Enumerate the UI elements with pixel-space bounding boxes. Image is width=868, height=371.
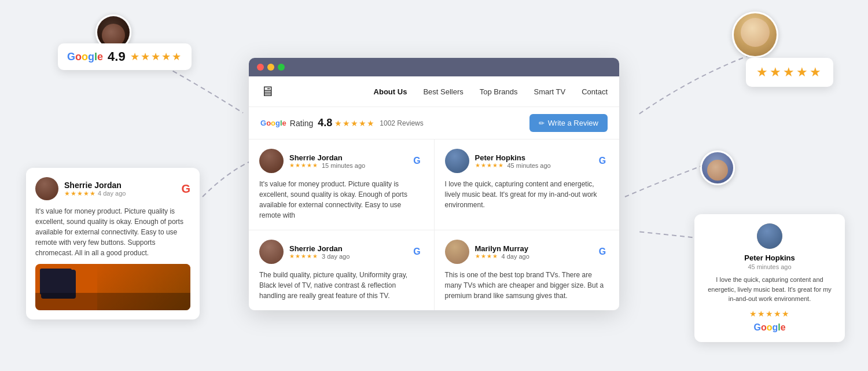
right-float-card: Peter Hopkins 45 minutes ago I love the … xyxy=(694,214,845,342)
reviewer-time-2: 3 day ago xyxy=(322,253,350,260)
dot-yellow[interactable] xyxy=(267,64,274,71)
nav-links: About Us Best Sellers Top Brands Smart T… xyxy=(374,87,608,96)
pencil-icon: ✏ xyxy=(539,119,545,127)
nav-logo: 🖥 xyxy=(260,83,274,100)
review-text-0: It's value for money product. Picture qu… xyxy=(259,179,424,221)
avatar-person3 xyxy=(700,150,735,185)
right-card-google-logo: Google xyxy=(704,322,836,333)
reviewer-name-3: Marilyn Murray xyxy=(475,244,597,253)
google-icon-3: G xyxy=(596,245,609,258)
right-card-time: 45 minutes ago xyxy=(704,263,836,270)
dot-red[interactable] xyxy=(257,64,264,71)
avatar-marilyn xyxy=(445,240,469,264)
nav-link-bestsellers[interactable]: Best Sellers xyxy=(423,87,463,96)
review-card-1: Peter Hopkins ★★★★★ 45 minutes ago G I l… xyxy=(435,139,620,230)
stars-right: ★★★★★ xyxy=(756,65,823,80)
google-rating-badge: Google 4.9 ★★★★★ xyxy=(58,43,192,70)
avatar-person2 xyxy=(732,12,778,58)
left-card-avatar xyxy=(35,177,58,200)
left-card-stars: ★★★★★ xyxy=(64,190,96,197)
avatar-sherrie2 xyxy=(259,240,284,264)
rating-stars: ★★★★★ xyxy=(334,119,375,128)
reviewer-name-0: Sherrie Jordan xyxy=(289,153,411,162)
left-card-name: Sherrie Jordan xyxy=(64,181,126,190)
badge-stars: ★★★★★ xyxy=(130,50,182,63)
browser-nav: 🖥 About Us Best Sellers Top Brands Smart… xyxy=(249,76,619,107)
left-card-google-icon: G xyxy=(181,182,190,196)
left-card-text: It's value for money product. Picture qu… xyxy=(35,206,190,258)
rating-bar: Google Rating 4.8 ★★★★★ 1002 Reviews ✏ W… xyxy=(249,107,619,139)
reviews-grid: Sherrie Jordan ★★★★★ 15 minutes ago G It… xyxy=(249,139,619,310)
reviewer-time-3: 4 day ago xyxy=(502,253,529,260)
nav-link-about[interactable]: About Us xyxy=(374,87,407,96)
google-icon-1: G xyxy=(596,155,609,167)
badge-rating-value: 4.9 xyxy=(108,49,126,64)
reviewer-time-0: 15 minutes ago xyxy=(322,162,365,169)
nav-link-contact[interactable]: Contact xyxy=(582,87,608,96)
dot-green[interactable] xyxy=(278,64,285,71)
reviewer-stars-1: ★★★★★ xyxy=(475,162,504,168)
tv-room-image xyxy=(35,264,190,310)
avatar-sherrie1 xyxy=(259,149,284,173)
reviewer-stars-2: ★★★★★ xyxy=(289,253,318,259)
rating-value: 4.8 xyxy=(318,117,332,129)
browser-titlebar xyxy=(249,58,619,76)
avatar-peter1 xyxy=(445,149,469,173)
browser-window: 🖥 About Us Best Sellers Top Brands Smart… xyxy=(249,58,619,310)
right-card-name: Peter Hopkins xyxy=(704,254,836,262)
rating-label: Rating xyxy=(290,119,313,128)
nav-link-topbrands[interactable]: Top Brands xyxy=(480,87,518,96)
write-review-label: Write a Review xyxy=(548,119,598,127)
left-float-card: Sherrie Jordan ★★★★★ 4 day ago G It's va… xyxy=(26,168,200,319)
review-card-2: Sherrie Jordan ★★★★★ 3 day ago G The bui… xyxy=(249,230,434,310)
stars-badge-right: ★★★★★ xyxy=(746,58,833,87)
google-logo: Google xyxy=(260,119,286,127)
reviewer-time-1: 45 minutes ago xyxy=(507,162,551,169)
write-review-button[interactable]: ✏ Write a Review xyxy=(529,114,608,132)
reviewer-name-1: Peter Hopkins xyxy=(475,153,597,162)
google-icon-0: G xyxy=(411,155,424,167)
nav-link-smarttv[interactable]: Smart TV xyxy=(534,87,566,96)
review-text-2: The build quality, picture quality, Unif… xyxy=(259,270,424,301)
google-icon-2: G xyxy=(411,245,424,258)
right-card-stars: ★★★★★ xyxy=(704,308,836,319)
right-card-avatar xyxy=(757,223,782,249)
left-card-time: 4 day ago xyxy=(98,190,126,197)
monitor-icon: 🖥 xyxy=(260,83,274,100)
reviewer-stars-0: ★★★★★ xyxy=(289,162,318,168)
google-g-badge: Google xyxy=(67,51,103,63)
reviewer-stars-3: ★★★★ xyxy=(475,253,498,259)
right-card-text: I love the quick, capturing content and … xyxy=(704,275,836,304)
reviews-count: 1002 Reviews xyxy=(380,119,423,127)
review-text-3: This is one of the best top brand TVs. T… xyxy=(445,270,609,301)
review-card-0: Sherrie Jordan ★★★★★ 15 minutes ago G It… xyxy=(249,139,434,230)
reviewer-name-2: Sherrie Jordan xyxy=(289,244,411,253)
review-text-1: I love the quick, capturing content and … xyxy=(445,179,609,210)
review-card-3: Marilyn Murray ★★★★ 4 day ago G This is … xyxy=(435,230,620,310)
